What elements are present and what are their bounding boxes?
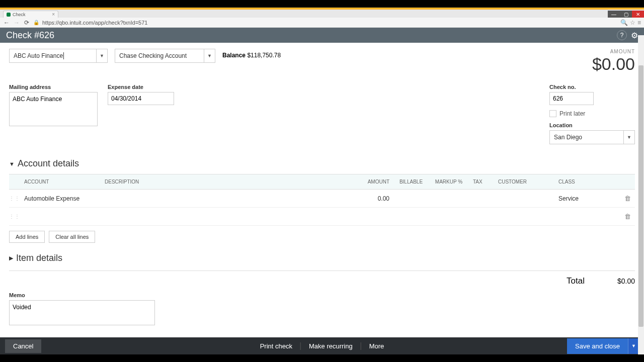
col-description: DESCRIPTION [101,179,348,185]
triangle-right-icon: ▶ [9,255,13,261]
window-close-button[interactable]: ✕ [632,11,644,18]
more-link[interactable]: More [361,342,392,350]
drag-handle-icon[interactable]: ⋮⋮ [9,214,20,219]
star-icon[interactable]: ☆ [630,19,635,26]
item-details-toggle[interactable]: ▶ Item details [9,253,635,263]
account-value: Chase Checking Account [119,52,187,59]
triangle-down-icon: ▼ [9,161,15,167]
payee-value: ABC Auto Finance [14,52,63,59]
delete-row-icon[interactable]: 🗑 [620,195,635,202]
window-maximize-button[interactable]: ▢ [620,11,632,18]
check-no-label: Check no. [549,84,635,90]
scroll-thumb[interactable] [638,65,643,327]
tab-title: Check [13,12,26,17]
location-select[interactable]: San Diego ▼ [549,130,635,144]
mailing-address-input[interactable] [9,92,98,126]
print-later-checkbox[interactable]: Print later [549,110,635,117]
chevron-down-icon: ▼ [96,49,107,62]
col-customer: CUSTOMER [494,179,554,185]
url-text[interactable]: https://qbo.intuit.com/app/check?txnId=5… [42,20,147,26]
save-dropdown-button[interactable]: ▼ [628,338,639,354]
gear-icon[interactable]: ⚙ [631,31,638,40]
footer-bar: Cancel Print check Make recurring More S… [0,337,644,354]
clear-lines-button[interactable]: Clear all lines [49,231,95,243]
col-account: ACCOUNT [20,179,101,185]
scrollbar[interactable] [638,35,644,354]
expense-date-label: Expense date [108,84,174,90]
bank-account-select[interactable]: Chase Checking Account ▼ [115,49,215,63]
reload-button[interactable]: ⟳ [23,19,30,26]
tab-close-icon[interactable]: × [52,12,55,17]
payee-select[interactable]: ABC Auto Finance ▼ [9,49,108,63]
col-amount: AMOUNT [348,179,393,185]
memo-label: Memo [9,292,635,298]
browser-urlbar: ← → ⟳ 🔒 https://qbo.intuit.com/app/check… [0,18,644,28]
table-row[interactable]: ⋮⋮ Automobile Expense 0.00 Service 🗑 [9,190,635,208]
amount-value: $0.00 [592,54,635,74]
total-label: Total [567,276,585,286]
help-icon[interactable]: ? [617,30,627,40]
col-tax: TAX [469,179,494,185]
table-row[interactable]: ⋮⋮ 🗑 [9,208,635,226]
save-and-close-button[interactable]: Save and close [567,338,628,354]
chevron-down-icon: ▼ [204,49,215,62]
cancel-button[interactable]: Cancel [5,339,41,353]
zoom-icon[interactable]: 🔍 [620,19,628,26]
col-class: CLASS [554,179,620,185]
page-title: Check #626 [6,30,54,41]
balance-display: Balance $118,750.78 [222,49,281,59]
memo-input[interactable] [9,300,155,325]
location-label: Location [549,122,635,128]
browser-tab[interactable]: Check × [3,11,58,18]
browser-tabstrip: Check × — ▢ ✕ [0,10,644,18]
drag-handle-icon[interactable]: ⋮⋮ [9,196,20,201]
account-details-grid: ACCOUNT DESCRIPTION AMOUNT BILLABLE MARK… [9,174,635,226]
delete-row-icon[interactable]: 🗑 [620,213,635,220]
mailing-address-label: Mailing address [9,84,98,90]
col-billable: BILLABLE [393,179,429,185]
amount-label: AMOUNT [592,49,635,54]
back-button[interactable]: ← [3,19,10,26]
add-lines-button[interactable]: Add lines [9,231,45,243]
account-details-toggle[interactable]: ▼ Account details [9,158,635,169]
window-minimize-button[interactable]: — [608,11,620,18]
check-no-input[interactable] [549,92,594,105]
page-header: Check #626 ? ⚙ [0,28,644,43]
lock-icon: 🔒 [33,20,39,25]
favicon-icon [7,13,11,17]
expense-date-input[interactable] [108,92,174,105]
checkbox-icon [549,110,556,117]
chevron-down-icon: ▼ [623,131,634,144]
menu-icon[interactable]: ≡ [637,19,641,26]
print-check-link[interactable]: Print check [252,342,301,350]
forward-button[interactable]: → [13,19,20,26]
col-markup: MARKUP % [429,179,469,185]
total-value: $0.00 [585,276,635,286]
make-recurring-link[interactable]: Make recurring [301,342,361,350]
